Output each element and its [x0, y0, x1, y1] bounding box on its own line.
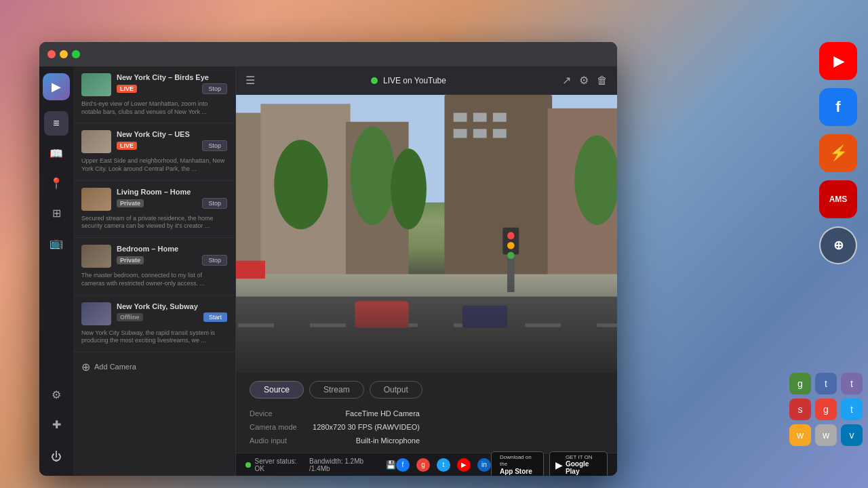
audio-input-value: Built-in Microphone [356, 436, 420, 445]
camera-name: New York City – Birds Eye [117, 73, 227, 81]
small-icon-9[interactable]: v [841, 424, 863, 446]
settings-icon: ⚙ [52, 388, 61, 401]
share-icon[interactable]: ↗ [562, 74, 571, 87]
app-store-badge[interactable]: Download on the App Store [491, 451, 544, 476]
social-icon-yt[interactable]: ▶ [457, 458, 471, 472]
camera-status-row: LIVE Stop [117, 83, 227, 94]
camera-name: New York City – UES [117, 130, 227, 138]
source-info-grid: Device FaceTime HD Camera Camera mode 12… [250, 409, 604, 445]
thunder-desktop-icon[interactable]: ⚡ [819, 134, 857, 172]
svg-rect-32 [502, 228, 519, 255]
settings-icon[interactable]: ⚙ [579, 74, 589, 87]
status-badge: LIVE [117, 85, 137, 93]
youtube-desktop-icon[interactable]: ▶ [819, 42, 857, 80]
tab-output[interactable]: Output [370, 381, 422, 399]
video-preview [236, 95, 617, 373]
small-icon-1[interactable]: g [789, 373, 811, 394]
camera-action-button[interactable]: Stop [202, 140, 227, 151]
status-badge: Offline [117, 313, 143, 321]
camera-status-row: LIVE Stop [117, 140, 227, 151]
monitor-icon: 📺 [50, 237, 63, 249]
camera-thumbnail [81, 245, 111, 268]
small-icon-5[interactable]: g [815, 399, 837, 420]
sidebar-item-location[interactable]: 📍 [44, 171, 68, 195]
small-icon-8[interactable]: w [815, 424, 837, 446]
maximize-button[interactable] [72, 50, 80, 58]
small-icon-4[interactable]: s [789, 399, 811, 420]
status-badge: Private [117, 199, 144, 207]
ams-desktop-icon[interactable]: AMS [819, 180, 857, 218]
minimize-button[interactable] [60, 50, 68, 58]
sidebar-item-list[interactable]: ≡ [44, 111, 68, 136]
camera-action-button[interactable]: Start [203, 312, 227, 322]
tab-row: SourceStreamOutput [250, 381, 604, 399]
svg-point-35 [507, 251, 515, 259]
status-left: Server status: OK Bandwidth: 1.2Mb /1.4M… [245, 458, 396, 472]
sidebar-item-book[interactable]: 📖 [44, 141, 68, 165]
sidebar-item-settings[interactable]: ⚙ [44, 382, 68, 407]
tab-stream[interactable]: Stream [309, 381, 364, 399]
app-body: ▶ ≡ 📖 📍 ⊞ 📺 ⚙ ✚ [39, 66, 617, 476]
camera-item-nyc-ues[interactable]: New York City – UES LIVE Stop Upper East… [73, 123, 235, 180]
svg-rect-15 [473, 129, 487, 138]
app-window: ▶ ≡ 📖 📍 ⊞ 📺 ⚙ ✚ [39, 42, 617, 476]
social-icon-gp[interactable]: g [416, 458, 430, 472]
google-play-badge[interactable]: ▶ GET IT ON Google Play [549, 451, 608, 476]
main-content: ☰ LIVE on YouTube ↗ ⚙ 🗑 [236, 66, 617, 476]
desktop-icons-bottom-right: g t t s g t w w v [789, 373, 863, 446]
camera-item-nyc-birds[interactable]: New York City – Birds Eye LIVE Stop Bird… [73, 66, 235, 123]
svg-rect-14 [454, 129, 467, 138]
sidebar-item-add[interactable]: ✚ [44, 412, 68, 436]
device-value: FaceTime HD Camera [345, 409, 420, 418]
live-status-text: LIVE on YouTube [383, 76, 446, 85]
camera-mode-value: 868x488 30 FPS (RAWVIDEO) [313, 423, 420, 431]
camera-status-row: Offline Start [117, 312, 227, 322]
camera-info: New York City – Birds Eye LIVE Stop [117, 73, 227, 94]
book-icon: 📖 [50, 147, 63, 160]
tab-source[interactable]: Source [250, 381, 304, 399]
sidebar-item-power[interactable]: ⏻ [44, 445, 68, 469]
status-badge: LIVE [117, 142, 137, 150]
menu-icon[interactable]: ☰ [245, 74, 255, 87]
small-icon-6[interactable]: t [841, 399, 863, 420]
sidebar-item-monitor[interactable]: 📺 [44, 230, 68, 255]
google-play-text: GET IT ON Google Play [566, 454, 601, 476]
add-camera-button[interactable]: ⊕Add Camera [73, 352, 235, 382]
camera-action-button[interactable]: Stop [202, 83, 227, 94]
location-icon: 📍 [50, 177, 63, 190]
camera-action-button[interactable]: Stop [202, 255, 227, 266]
video-overlay [236, 276, 617, 373]
facebook-desktop-icon[interactable]: f [819, 88, 857, 126]
small-icon-2[interactable]: t [815, 373, 837, 394]
app-store-text: Download on the App Store [500, 454, 538, 474]
camera-item-bedroom[interactable]: Bedroom – Home Private Stop The master b… [73, 238, 235, 295]
svg-point-34 [507, 242, 515, 249]
app-logo[interactable]: ▶ [43, 73, 70, 100]
audio-input-label: Audio input [250, 436, 287, 445]
small-icon-3[interactable]: t [841, 373, 863, 394]
sidebar-item-grid[interactable]: ⊞ [44, 201, 68, 225]
sniper-desktop-icon[interactable]: ⊕ [819, 226, 857, 264]
camera-thumbnail [81, 73, 111, 96]
camera-name: Bedroom – Home [117, 245, 227, 253]
social-icon-li[interactable]: in [477, 458, 491, 472]
bottom-panel: SourceStreamOutput Device FaceTime HD Ca… [236, 373, 617, 453]
top-bar-left: ☰ [245, 74, 255, 87]
camera-description: New York City Subway, the rapid transit … [81, 329, 227, 345]
power-icon: ⏻ [51, 451, 62, 463]
logo-icon: ▶ [52, 79, 61, 94]
small-icon-7[interactable]: w [789, 424, 811, 446]
social-icon-fb[interactable]: f [396, 458, 410, 472]
camera-description: The master bedroom, connected to my list… [81, 272, 227, 287]
camera-description: Upper East Side and neighborhood, Manhat… [81, 157, 227, 173]
camera-status-row: Private Stop [117, 255, 227, 266]
camera-item-living-room[interactable]: Living Room – Home Private Stop Secured … [73, 181, 235, 238]
camera-thumbnail [81, 130, 111, 153]
svg-point-18 [351, 126, 395, 224]
camera-item-nyc-subway[interactable]: New York City, Subway Offline Start New … [73, 296, 235, 352]
camera-action-button[interactable]: Stop [202, 198, 227, 209]
delete-icon[interactable]: 🗑 [597, 75, 608, 87]
close-button[interactable] [47, 50, 56, 58]
status-indicator-dot [245, 462, 251, 468]
social-icon-tw[interactable]: t [437, 458, 450, 472]
